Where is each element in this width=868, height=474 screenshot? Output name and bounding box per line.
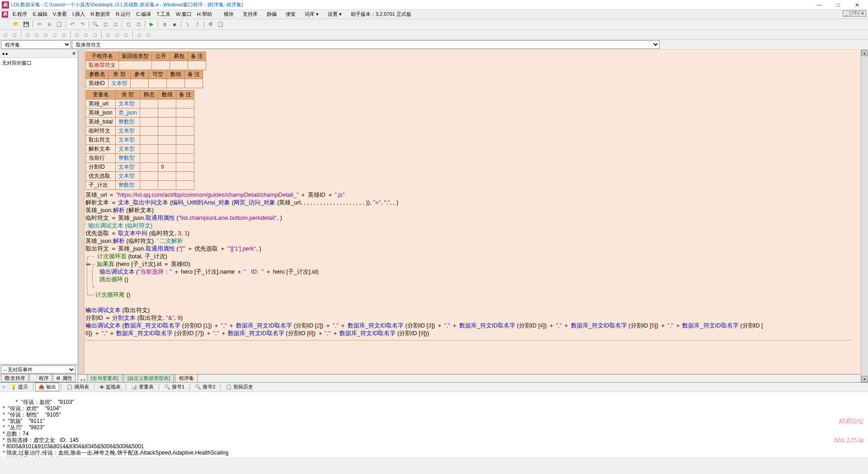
tab-support-lib[interactable]: 📚支持库 — [1, 374, 28, 382]
menu-tools[interactable]: T.工具 — [154, 10, 173, 19]
redo-icon[interactable]: ↷ — [78, 20, 87, 29]
watermark: 精易论坛 bbs.125.la — [834, 405, 863, 456]
table-row: 临时符文文本型 — [86, 127, 194, 136]
table-row: 优先选取文本型 — [86, 172, 194, 181]
tool-icon[interactable]: ◻ — [123, 31, 130, 38]
table-row: 英雄_total整数型 — [86, 118, 194, 127]
tool-icon[interactable]: ◻ — [91, 31, 99, 38]
menu-run[interactable]: R.运行 — [113, 10, 133, 19]
tab-program-set[interactable]: 程序集 — [175, 374, 198, 382]
right-dropdown[interactable]: 取推荐符文 — [72, 40, 660, 49]
menu-window[interactable]: W.窗口 — [173, 10, 194, 19]
paste-icon[interactable]: 📋 — [55, 20, 64, 29]
dropdown-row: 程序集 取推荐符文 — [0, 40, 868, 50]
tool-icon[interactable]: ◻ — [104, 31, 112, 38]
panel-close-icon[interactable]: ✕ — [2, 384, 5, 389]
open-icon[interactable]: 📂 — [12, 20, 21, 29]
step-icon[interactable]: ⤵ — [183, 20, 192, 29]
tool-icon[interactable]: ◻ — [11, 31, 18, 38]
menu-compile[interactable]: C.编译 — [133, 10, 154, 19]
debug-tab-search1[interactable]: 🔍 搜寻1 — [161, 383, 188, 391]
undo-icon[interactable]: ↶ — [68, 20, 77, 29]
mdi-minimize[interactable]: _ — [843, 10, 850, 17]
panel-arrows[interactable]: ◂ ▸ — [2, 51, 9, 57]
code-editor[interactable]: 子程序名返回值类型公开易包备 注 取推荐符文 参数名类 型参考可空数组备 注 英… — [78, 50, 861, 374]
debug-tab-callstack[interactable]: 📋 调用表 — [63, 383, 92, 391]
menu-module[interactable]: 模块 — [224, 11, 234, 18]
menu-static-compile[interactable]: 静编 — [267, 11, 277, 18]
menu-database[interactable]: R.数据库 — [88, 10, 113, 19]
tool-icon[interactable]: ◻ — [113, 31, 121, 38]
menu-support-lib[interactable]: 支持库 — [243, 11, 258, 18]
copy-icon[interactable]: ⎘ — [45, 20, 54, 29]
helper-version: 助手版本：3.2.0701 正式版 — [351, 11, 411, 18]
secondary-toolbar: ◻ ◻ ◻ ◻ ◻ ◻ ◻ ◻ ◻ ◻ ◻ ◻ ◻ ◻ ◻ — [0, 30, 868, 40]
menu-notes[interactable]: 便签 — [286, 11, 296, 18]
tool-icon[interactable]: ◻ — [73, 31, 80, 38]
run-icon[interactable]: ▶ — [147, 20, 156, 29]
menu-program[interactable]: E.程序 — [10, 10, 30, 19]
menu-edit[interactable]: E.编辑 — [30, 10, 50, 19]
title-bar: 易 LOL数据采集 - C:\Users\一个小莫杰\Desktop\L.O.L… — [0, 0, 868, 10]
code-line: │ │ 输出调试文本 ("当前选择：" ＋ hero [子_计次].name ＋… — [85, 268, 861, 275]
maximize-button[interactable]: □ — [833, 1, 844, 9]
window-title: LOL数据采集 - C:\Users\一个小莫杰\Desktop\L.O.L英雄… — [11, 1, 814, 8]
tool-icon[interactable]: ◻ — [136, 31, 143, 38]
btn-icon[interactable]: ⚙ — [206, 20, 215, 29]
debug-tab-hint[interactable]: 💡 提示 — [7, 383, 31, 391]
debug-tab-search2[interactable]: 🔍 搜寻2 — [192, 383, 218, 391]
tool-icon[interactable]: ◻ — [33, 31, 40, 38]
table-row: 子_计次整数型 — [86, 181, 194, 190]
save-icon[interactable]: 💾 — [22, 20, 31, 29]
menu-view[interactable]: V.查看 — [50, 10, 70, 19]
tool-icon[interactable]: ◻ — [24, 31, 31, 38]
variable-table[interactable]: 变量名类 型静态数组备 注 英雄_url文本型 英雄_json类_json 英雄… — [85, 90, 194, 190]
debug-tab-cliphistory[interactable]: 📋 剪辑历史 — [222, 383, 256, 391]
debug-tab-watch[interactable]: 👁 监视表 — [96, 383, 124, 391]
tab-program[interactable]: 📄程序 — [29, 374, 52, 382]
new-icon[interactable]: 📄 — [2, 20, 11, 29]
tool-icon[interactable]: ◻ — [82, 31, 90, 38]
mdi-close[interactable]: ✕ — [859, 10, 866, 17]
debug-tab-vars[interactable]: 📊 变量表 — [128, 383, 157, 391]
panel-close-icon[interactable]: ✕ — [72, 51, 76, 57]
param-table[interactable]: 参数名类 型参考可空数组备 注 英雄ID文本型 — [85, 70, 203, 88]
left-dropdown[interactable]: 程序集 — [1, 40, 71, 49]
cut-icon[interactable]: ✂ — [35, 20, 44, 29]
vertical-scrollbar[interactable]: ▴ ▾ — [861, 50, 868, 382]
btn-icon[interactable]: ◻ — [101, 20, 110, 29]
subroutine-table[interactable]: 子程序名返回值类型公开易包备 注 取推荐符文 — [85, 52, 206, 70]
find-icon[interactable]: 🔍 — [91, 20, 100, 29]
menu-dict[interactable]: 词库 ▾ — [305, 11, 319, 18]
debug-output[interactable]: * "传说：血统" "9103" * "传说：欢欣" "9104" * "传说：… — [0, 392, 868, 457]
table-row: 取出符文文本型 — [86, 136, 194, 145]
tool-icon[interactable]: ◻ — [145, 31, 152, 38]
menu-insert[interactable]: I.插入 — [70, 10, 88, 19]
btn-icon[interactable]: ◻ — [124, 20, 133, 29]
stop-icon[interactable]: ■ — [170, 20, 179, 29]
minimize-button[interactable]: — — [814, 1, 825, 9]
menu-settings[interactable]: 设置 ▾ — [328, 11, 342, 18]
tool-icon[interactable]: ◻ — [60, 31, 67, 38]
btn-icon[interactable]: ◻ — [111, 20, 120, 29]
code-line: 6]) ＋ "," ＋ 数据库_符文ID取名字 (分割ID [7]) ＋ ","… — [85, 329, 861, 337]
tool-icon[interactable]: ◻ — [2, 31, 9, 38]
tab-property[interactable]: ⚙属性 — [53, 374, 75, 382]
mdi-restore[interactable]: ❐ — [851, 10, 858, 17]
debug-tab-output[interactable]: 📤 输出 — [35, 383, 59, 391]
code-line: 英雄_json.解析 (临时符文) ' 二次解析 — [85, 237, 861, 245]
pause-icon[interactable]: ⏸ — [160, 20, 169, 29]
btn-icon[interactable]: ◻ — [134, 20, 143, 29]
app-icon: 易 — [2, 1, 9, 9]
event-dropdown[interactable]: -- 无对应事件 — [1, 365, 75, 374]
close-button[interactable]: ✕ — [852, 1, 863, 9]
code-line: 解析文本 ＝ 文本_取出中间文本 (编码_Utf8到Ansi_对象 (网页_访问… — [85, 199, 861, 206]
menu-help[interactable]: H.帮助 — [194, 10, 215, 19]
tool-icon[interactable]: ◻ — [51, 31, 58, 38]
step-icon[interactable]: ⤴ — [193, 20, 202, 29]
btn-icon[interactable]: 📋 — [216, 20, 225, 29]
tool-icon[interactable]: ◻ — [42, 31, 49, 38]
tab-global-var[interactable]: [全局变量表] — [87, 374, 123, 382]
tab-nav-icon[interactable]: ◂ ▸ — [80, 377, 86, 382]
tab-custom-type[interactable]: [自定义数据类型表] — [123, 374, 174, 382]
